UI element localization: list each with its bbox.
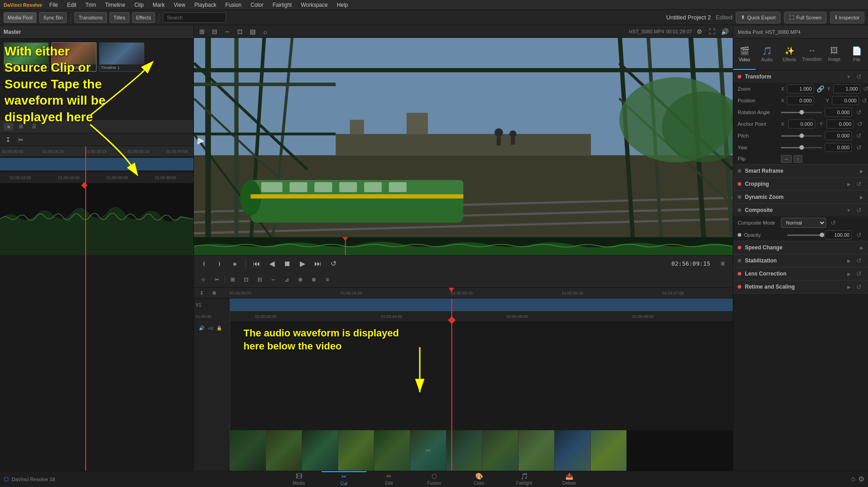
inspector-tab-transition[interactable]: ↔ Transition — [800, 39, 823, 70]
smart-reframe-header[interactable]: Smart Reframe ▶ — [733, 165, 868, 177]
pos-x-input[interactable] — [787, 96, 814, 105]
cropping-header[interactable]: Cropping ▶ ↺ — [733, 178, 868, 190]
timeline-tool-2[interactable]: ✂ — [211, 274, 223, 285]
left-tool-btn-2[interactable]: ✂ — [15, 134, 26, 145]
sync-bin-button[interactable]: Sync Bin — [39, 12, 67, 23]
timeline-tool-3[interactable]: ⊞ — [227, 274, 239, 285]
transitions-button[interactable]: Transitions — [74, 12, 106, 23]
track-options-btn[interactable]: ⊞ — [208, 287, 220, 299]
add-track-btn[interactable]: ↧ — [196, 287, 207, 299]
flip-horizontal-btn[interactable]: ↔ — [781, 155, 792, 163]
rotation-input[interactable] — [825, 108, 852, 117]
nav-deliver[interactable]: 📤 Deliver — [547, 471, 592, 487]
retime-scaling-reset-btn[interactable]: ↺ — [854, 283, 863, 290]
search-input[interactable] — [163, 13, 226, 23]
viewer-options-btn[interactable]: ≡ — [716, 257, 729, 270]
menu-help[interactable]: Help — [335, 1, 350, 9]
transform-section-header[interactable]: Transform ▼ ↺ — [733, 70, 868, 83]
nav-fusion[interactable]: ⬡ Fusion — [412, 471, 457, 487]
composite-mode-select[interactable]: Normal — [781, 218, 826, 228]
menu-clip[interactable]: Clip — [133, 1, 146, 9]
pos-y-input[interactable] — [832, 96, 859, 105]
opacity-slider[interactable] — [787, 234, 822, 236]
preview-tool-2[interactable]: ⊟ — [209, 26, 220, 37]
zoom-x-input[interactable] — [787, 84, 814, 93]
pitch-input[interactable] — [825, 131, 852, 140]
nav-edit[interactable]: ✏ Edit — [367, 471, 412, 487]
zoom-y-input[interactable] — [833, 84, 860, 93]
composite-mode-reset-btn[interactable]: ↺ — [829, 219, 838, 226]
preview-zoom[interactable]: ⌕ — [260, 26, 271, 37]
timeline-tool-5[interactable]: ⊟ — [254, 274, 266, 285]
loop-button[interactable]: ↺ — [327, 257, 340, 270]
inspector-button[interactable]: ℹ Inspector — [830, 12, 864, 23]
audio-track-btn[interactable]: 🔊 — [196, 322, 207, 334]
stabilization-header[interactable]: Stabilization ▶ ↺ — [733, 254, 868, 267]
stop-button[interactable]: ⏹ — [281, 257, 294, 270]
media-clip-1[interactable]: HS4.MP4 — [4, 42, 49, 72]
composite-header[interactable]: Composite ▼ ↺ — [733, 204, 868, 216]
preview-fullscreen[interactable]: ⛶ — [707, 26, 717, 37]
nav-fairlight[interactable]: 🎵 Fairlight — [502, 471, 547, 487]
rotation-reset-btn[interactable]: ↺ — [854, 109, 863, 116]
lock-btn[interactable]: 🔒 — [213, 322, 225, 334]
settings-button[interactable]: ⚙ — [858, 475, 864, 483]
play-overlay-btn[interactable]: ▶ — [194, 133, 207, 147]
menu-workspace[interactable]: Workspace — [299, 1, 330, 9]
cropping-reset-btn[interactable]: ↺ — [854, 180, 863, 188]
anchor-reset-btn[interactable]: ↺ — [856, 120, 863, 128]
transform-reset-btn[interactable]: ↺ — [854, 73, 863, 80]
opacity-reset-btn[interactable]: ↺ — [854, 231, 863, 239]
nav-media[interactable]: 🎞 Media — [276, 471, 321, 487]
tab-list[interactable]: ☰ — [28, 122, 40, 131]
zoom-reset-btn[interactable]: ↺ — [863, 85, 868, 92]
media-clip-3[interactable]: Timeline 1 — [99, 42, 144, 72]
preview-tool-4[interactable]: ⊡ — [234, 26, 245, 37]
anchor-x-input[interactable] — [788, 119, 815, 129]
menu-playback[interactable]: Playback — [193, 1, 218, 9]
stabilization-reset-btn[interactable]: ↺ — [854, 257, 863, 264]
menu-fairlight[interactable]: Fairlight — [271, 1, 294, 9]
opacity-input[interactable] — [825, 230, 852, 239]
retime-scaling-header[interactable]: Retime and Scaling ▶ ↺ — [733, 280, 868, 293]
anchor-y-input[interactable] — [827, 119, 854, 129]
inspector-tab-audio[interactable]: 🎵 Audio — [756, 39, 778, 70]
zoom-link-icon[interactable]: 🔗 — [817, 85, 824, 92]
scrub-bar[interactable] — [194, 237, 733, 255]
timeline-tool-9[interactable]: ⊗ — [308, 274, 320, 285]
menu-trim[interactable]: Trim — [83, 1, 98, 9]
titles-button[interactable]: Titles — [110, 12, 129, 23]
media-pool-button[interactable]: Media Pool — [4, 12, 37, 23]
rotation-slider[interactable] — [781, 112, 822, 113]
pitch-slider[interactable] — [781, 135, 822, 137]
menu-timeline[interactable]: Timeline — [103, 1, 127, 9]
timeline-tool-8[interactable]: ⊕ — [294, 274, 306, 285]
menu-view[interactable]: View — [172, 1, 187, 9]
composite-reset-btn[interactable]: ↺ — [854, 207, 863, 214]
flip-vertical-btn[interactable]: ↕ — [794, 155, 802, 163]
effects-button[interactable]: Effects — [132, 12, 155, 23]
rewind-button[interactable]: ◀ — [266, 257, 278, 270]
nav-cut[interactable]: ✂ Cut — [321, 471, 367, 487]
quick-export-button[interactable]: ⬆ Quick Export — [736, 12, 781, 23]
full-screen-button[interactable]: ⛶ Full Screen — [784, 12, 827, 23]
timeline-tool-4[interactable]: ⊡ — [240, 274, 252, 285]
pitch-reset-btn[interactable]: ↺ — [854, 132, 863, 139]
media-clip-2[interactable]: HST_0080.MP4 — [51, 42, 96, 72]
left-tool-btn-1[interactable]: ↧ — [3, 134, 14, 145]
inspector-tab-file[interactable]: 📄 File — [845, 39, 868, 70]
menu-fusion[interactable]: Fusion — [224, 1, 243, 9]
inspector-tab-effects[interactable]: ✨ Effects — [778, 39, 801, 70]
preview-tool-3[interactable]: ↔ — [222, 26, 233, 37]
tab-clip-view[interactable]: ≡ — [4, 123, 14, 131]
speed-change-header[interactable]: Speed Change ▶ — [733, 241, 868, 254]
menu-edit[interactable]: Edit — [65, 1, 78, 9]
preview-options[interactable]: ⚙ — [694, 26, 705, 37]
yaw-input[interactable] — [825, 143, 852, 152]
yaw-slider[interactable] — [781, 147, 822, 148]
lens-correction-header[interactable]: Lens Correction ▶ ↺ — [733, 267, 868, 280]
position-reset-btn[interactable]: ↺ — [862, 97, 867, 104]
timeline-tool-6[interactable]: ↔ — [267, 274, 279, 285]
home-button[interactable]: ⌂ — [851, 475, 855, 483]
mark-in-button[interactable]: ⦗ — [197, 257, 210, 270]
